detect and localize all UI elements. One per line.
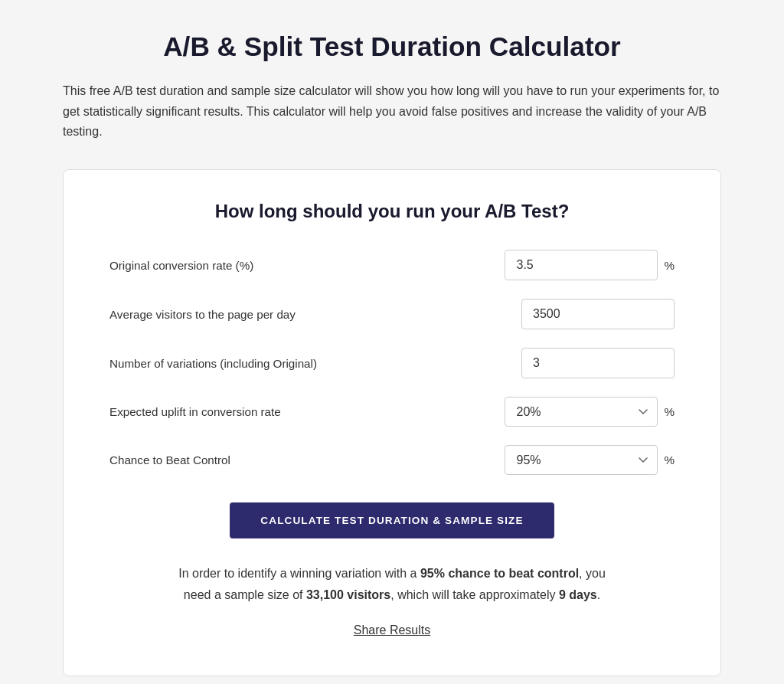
conversion-rate-label: Original conversion rate (%): [109, 259, 505, 272]
visitors-input[interactable]: [521, 299, 675, 329]
uplift-input-wrapper: 5% 10% 15% 20% 25% 30% %: [505, 397, 675, 427]
chance-input-wrapper: 80% 85% 90% 95% 99% %: [505, 445, 675, 475]
share-results-link[interactable]: Share Results: [109, 623, 675, 637]
conversion-rate-input[interactable]: [505, 250, 658, 280]
page-container: A/B & Split Test Duration Calculator Thi…: [63, 31, 721, 676]
result-bold-days: 9 days: [559, 588, 597, 601]
result-text-prefix: In order to identify a winning variation…: [178, 567, 420, 580]
chance-label: Chance to Beat Control: [109, 453, 505, 466]
conversion-rate-input-wrapper: %: [505, 250, 675, 280]
result-bold-chance: 95% chance to beat control: [420, 567, 579, 580]
card-heading: How long should you run your A/B Test?: [109, 201, 675, 222]
conversion-rate-unit: %: [664, 259, 675, 272]
chance-group: Chance to Beat Control 80% 85% 90% 95% 9…: [109, 445, 675, 475]
calculator-card: How long should you run your A/B Test? O…: [63, 169, 721, 676]
variations-input[interactable]: [521, 348, 675, 378]
result-bold-visitors: 33,100 visitors: [306, 588, 390, 601]
uplift-group: Expected uplift in conversion rate 5% 10…: [109, 397, 675, 427]
variations-label: Number of variations (including Original…: [109, 357, 521, 370]
result-text-end: .: [597, 588, 600, 601]
uplift-unit: %: [664, 405, 675, 418]
chance-unit: %: [664, 453, 675, 466]
calculate-button[interactable]: CALCULATE TEST DURATION & SAMPLE SIZE: [230, 502, 554, 538]
chance-select[interactable]: 80% 85% 90% 95% 99%: [505, 445, 658, 475]
visitors-input-wrapper: [521, 299, 675, 329]
result-text: In order to identify a winning variation…: [178, 563, 606, 604]
result-text-middle2: , which will take approximately: [390, 588, 559, 601]
conversion-rate-group: Original conversion rate (%) %: [109, 250, 675, 280]
variations-group: Number of variations (including Original…: [109, 348, 675, 378]
uplift-label: Expected uplift in conversion rate: [109, 405, 505, 418]
uplift-select[interactable]: 5% 10% 15% 20% 25% 30%: [505, 397, 658, 427]
variations-input-wrapper: [521, 348, 675, 378]
visitors-label: Average visitors to the page per day: [109, 308, 521, 321]
page-title: A/B & Split Test Duration Calculator: [63, 31, 721, 63]
page-description: This free A/B test duration and sample s…: [63, 81, 721, 142]
visitors-group: Average visitors to the page per day: [109, 299, 675, 329]
